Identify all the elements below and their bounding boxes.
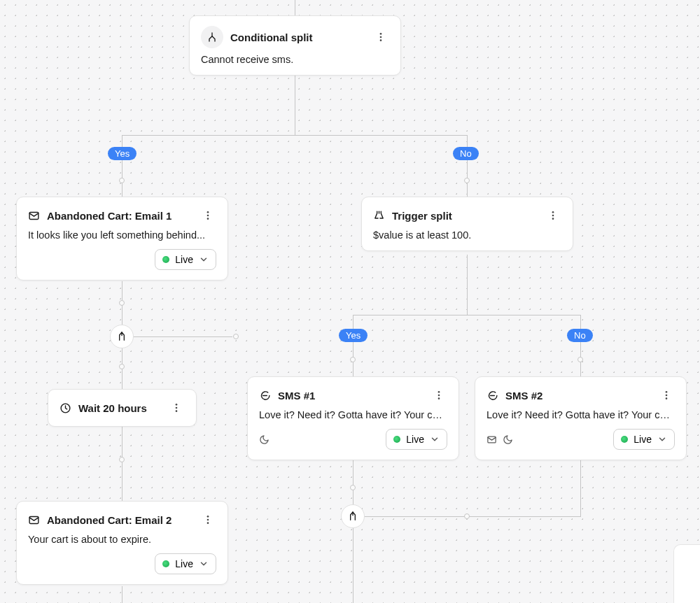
more-button[interactable] (200, 207, 216, 224)
merge-node[interactable] (341, 504, 365, 528)
status-select[interactable]: Live (386, 429, 447, 450)
more-button[interactable] (430, 387, 447, 404)
svg-point-14 (438, 391, 440, 393)
connector (467, 135, 468, 197)
canvas-controls[interactable] (673, 544, 700, 603)
trigger-split-card[interactable]: Trigger split $value is at least 100. (361, 197, 573, 251)
connector (353, 315, 354, 376)
svg-point-24 (207, 522, 209, 524)
sms-1-card[interactable]: SMS #1 Love it? Need it? Gotta have it? … (247, 376, 459, 460)
card-description: It looks like you left something behind.… (28, 229, 216, 241)
svg-point-6 (207, 218, 209, 220)
node-dot (119, 364, 125, 369)
wait-card[interactable]: Wait 20 hours (48, 389, 197, 427)
node-dot (464, 513, 470, 519)
svg-point-12 (176, 407, 178, 409)
clock-icon (59, 402, 71, 414)
status-label: Live (634, 434, 652, 445)
svg-point-5 (207, 215, 209, 217)
chevron-down-icon (199, 559, 209, 569)
svg-point-8 (552, 215, 554, 217)
split-icon (201, 26, 223, 48)
sms-icon (486, 390, 498, 402)
node-dot (119, 457, 125, 462)
svg-point-15 (438, 395, 440, 397)
card-description: $value is at least 100. (373, 229, 561, 241)
connector (122, 424, 122, 501)
svg-point-4 (207, 211, 209, 213)
sms-icon (259, 390, 271, 402)
status-dot-icon (621, 436, 628, 443)
status-dot-icon (162, 560, 169, 567)
connector (295, 0, 295, 15)
connector (122, 135, 468, 136)
conditional-split-card[interactable]: Conditional split Cannot receive sms. (189, 15, 401, 76)
svg-point-22 (207, 516, 209, 518)
trigger-split-icon (373, 210, 385, 222)
card-description: Cannot receive sms. (201, 54, 389, 65)
status-label: Live (175, 558, 193, 569)
branch-label-yes: Yes (339, 329, 368, 342)
status-dot-icon (393, 436, 400, 443)
node-dot (464, 178, 470, 183)
connector (122, 586, 122, 603)
card-title: Abandoned Cart: Email 1 (47, 210, 192, 222)
card-description: Love it? Need it? Gotta have it? Your ca… (259, 409, 447, 420)
branch-label-no: No (453, 147, 479, 160)
node-dot (350, 485, 356, 490)
connector (353, 315, 581, 315)
card-description: Your cart is about to expire. (28, 534, 216, 545)
card-title: SMS #2 (505, 390, 651, 402)
connector (122, 135, 122, 197)
email-icon (28, 210, 40, 222)
status-select[interactable]: Live (613, 429, 675, 450)
status-dot-icon (162, 256, 169, 263)
email-1-card[interactable]: Abandoned Cart: Email 1 It looks like yo… (16, 197, 228, 281)
card-title: SMS #1 (278, 390, 424, 402)
status-label: Live (175, 254, 193, 265)
status-label: Live (406, 434, 424, 445)
more-button[interactable] (200, 511, 216, 528)
merge-node[interactable] (110, 325, 134, 348)
more-button[interactable] (545, 207, 561, 224)
card-title: Wait 20 hours (78, 402, 161, 414)
email-2-card[interactable]: Abandoned Cart: Email 2 Your cart is abo… (16, 501, 228, 585)
connector (295, 74, 295, 136)
node-dot (233, 334, 239, 339)
svg-point-9 (552, 218, 554, 220)
svg-point-1 (380, 36, 382, 38)
svg-point-11 (176, 404, 178, 406)
connector (122, 336, 232, 337)
connector (353, 527, 354, 603)
svg-point-13 (176, 410, 178, 412)
branch-label-no: No (567, 329, 593, 342)
svg-point-17 (666, 391, 668, 393)
svg-point-19 (666, 397, 668, 399)
more-button[interactable] (372, 29, 389, 45)
card-title: Abandoned Cart: Email 2 (47, 514, 192, 526)
chevron-down-icon (657, 434, 667, 444)
node-dot (350, 357, 356, 362)
sms-2-card[interactable]: SMS #2 Love it? Need it? Gotta have it? … (475, 376, 687, 460)
svg-point-23 (207, 519, 209, 521)
svg-point-2 (380, 39, 382, 41)
more-button[interactable] (168, 399, 185, 416)
connector (467, 255, 468, 315)
card-description: Love it? Need it? Gotta have it? Your ca… (486, 409, 675, 420)
node-dot (119, 178, 125, 183)
node-dot (119, 300, 125, 306)
card-title: Conditional split (230, 31, 365, 43)
node-dot (578, 357, 583, 362)
svg-point-0 (380, 33, 382, 35)
card-title: Trigger split (392, 210, 538, 222)
chevron-down-icon (199, 255, 209, 264)
svg-point-16 (438, 397, 440, 399)
status-select[interactable]: Live (155, 553, 216, 574)
quiet-hours-icon (503, 434, 513, 445)
more-button[interactable] (658, 387, 675, 404)
svg-point-7 (552, 211, 554, 213)
branch-label-yes: Yes (108, 147, 136, 160)
status-select[interactable]: Live (155, 249, 216, 270)
svg-point-18 (666, 395, 668, 397)
connector (580, 315, 581, 376)
